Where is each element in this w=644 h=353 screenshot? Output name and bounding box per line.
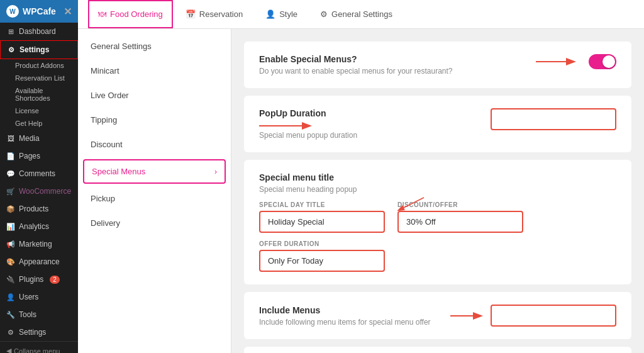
sidebar-item-settings2[interactable]: ⚙ Settings (0, 323, 78, 341)
left-panel-tipping[interactable]: Tipping (78, 108, 231, 132)
offer-duration-section: OFFER DURATION (259, 240, 616, 272)
enable-special-menus-toggle[interactable] (589, 54, 616, 69)
users-icon: 👤 (6, 293, 15, 301)
sidebar-item-products[interactable]: 📦 Products (0, 200, 78, 218)
media-icon: 🖼 (6, 134, 15, 143)
arrow-annotation-popup (259, 121, 322, 131)
sidebar: W WPCafe ✕ ⊞ Dashboard ⚙ Settings Produc… (0, 0, 78, 353)
tab-food-ordering[interactable]: 🍽 Food Ordering (88, 0, 173, 28)
general-settings-icon: ⚙ (320, 9, 328, 19)
appearance-icon: 🎨 (6, 257, 15, 266)
sidebar-item-dashboard[interactable]: ⊞ Dashboard (0, 23, 78, 40)
special-menus-chevron-icon: › (214, 167, 217, 176)
popup-duration-label: PopUp Duration (259, 108, 357, 118)
sidebar-item-analytics[interactable]: 📊 Analytics (0, 218, 78, 235)
style-icon: 👤 (265, 9, 275, 19)
enable-special-menus-control (536, 54, 616, 69)
offer-duration-label: OFFER DURATION (259, 240, 616, 247)
food-ordering-icon: 🍽 (98, 9, 106, 19)
include-menus-row: Include Menus Include following menu ite… (259, 305, 616, 327)
plugins-badge: 2 (50, 276, 60, 284)
main-area: 🍽 Food Ordering 📅 Reservation 👤 Style ⚙ … (78, 0, 644, 353)
analytics-icon: 📊 (6, 222, 15, 231)
left-panel-pickup[interactable]: Pickup (78, 186, 231, 211)
enable-special-menus-card: Enable Special Menus? Do you want to ena… (244, 42, 631, 88)
sidebar-item-comments[interactable]: 💬 Comments (0, 165, 78, 182)
sidebar-item-tools[interactable]: 🔧 Tools (0, 306, 78, 323)
include-menus-desc: Include following menu items for special… (259, 318, 431, 327)
collapse-menu-button[interactable]: ◀ Collapse menu (0, 341, 78, 353)
enable-special-menus-desc: Do you want to enable special menus for … (259, 67, 453, 76)
arrow-annotation-include (450, 310, 488, 322)
wpcafe-icon: W (6, 5, 19, 18)
enable-special-menus-label: Enable Special Menus? (259, 54, 453, 64)
special-menu-title-card: Special menu title Special menu heading … (244, 160, 631, 284)
pages-icon: 📄 (6, 152, 15, 160)
toggle-knob (602, 55, 615, 68)
left-panel-general-settings[interactable]: General Settings (78, 34, 231, 59)
sidebar-item-woocommerce[interactable]: 🛒 WooCommerce (0, 182, 78, 200)
left-panel-discount[interactable]: Discount (78, 132, 231, 157)
marketing-icon: 📢 (6, 240, 15, 249)
left-panel-minicart[interactable]: Minicart (78, 59, 231, 83)
sidebar-item-appearance[interactable]: 🎨 Appearance (0, 253, 78, 271)
include-menus-input[interactable] (491, 305, 616, 327)
sidebar-item-plugins[interactable]: 🔌 Plugins 2 (0, 271, 78, 288)
sidebar-item-users[interactable]: 👤 Users (0, 288, 78, 306)
left-panel-delivery[interactable]: Delivery (78, 211, 231, 235)
top-navigation: 🍽 Food Ordering 📅 Reservation 👤 Style ⚙ … (78, 0, 644, 29)
svg-line-2 (399, 198, 424, 210)
special-menu-title-header: Special menu title Special menu heading … (259, 172, 616, 194)
sidebar-toggle-icon[interactable]: ✕ (64, 6, 72, 18)
button-text-card: Button Text Button text for special menu… (244, 347, 631, 353)
popup-duration-card: PopUp Duration Special menu popup durati… (244, 96, 631, 152)
tab-reservation[interactable]: 📅 Reservation (175, 0, 253, 28)
popup-duration-row: PopUp Duration Special menu popup durati… (259, 108, 616, 140)
include-menus-info: Include Menus Include following menu ite… (259, 305, 431, 327)
reservation-tab-icon: 📅 (186, 9, 196, 19)
enable-special-menus-info: Enable Special Menus? Do you want to ena… (259, 54, 453, 76)
settings-icon: ⚙ (7, 45, 16, 54)
arrow-annotation-toggle (536, 55, 586, 68)
sidebar-item-media[interactable]: 🖼 Media (0, 130, 78, 147)
collapse-icon: ◀ (6, 347, 11, 353)
sidebar-logo[interactable]: W WPCafe ✕ (0, 0, 78, 23)
include-menus-label: Include Menus (259, 305, 431, 315)
special-day-input[interactable] (259, 211, 385, 233)
products-icon: 📦 (6, 205, 15, 213)
tools-icon: 🔧 (6, 310, 15, 319)
woocommerce-icon: 🛒 (6, 187, 15, 196)
sidebar-sub-reservation-list[interactable]: Reservation List (0, 72, 78, 84)
sidebar-item-pages[interactable]: 📄 Pages (0, 147, 78, 165)
left-panel: General Settings Minicart Live Order Tip… (78, 29, 231, 353)
offer-duration-input[interactable] (259, 250, 385, 272)
include-menus-card: Include Menus Include following menu ite… (244, 292, 631, 339)
sidebar-sub-get-help[interactable]: Get Help (0, 117, 78, 130)
special-menu-fields-row: SPECIAL DAY TITLE DISCOUNT/OFFER (259, 201, 616, 233)
include-menus-control (450, 305, 616, 327)
sidebar-item-marketing[interactable]: 📢 Marketing (0, 235, 78, 253)
content-area: General Settings Minicart Live Order Tip… (78, 29, 644, 353)
left-panel-live-order[interactable]: Live Order (78, 83, 231, 108)
right-panel: Enable Special Menus? Do you want to ena… (231, 29, 644, 353)
enable-special-menus-row: Enable Special Menus? Do you want to ena… (259, 54, 616, 76)
left-panel-special-menus[interactable]: Special Menus › (83, 159, 226, 184)
sidebar-item-settings[interactable]: ⚙ Settings (0, 40, 78, 59)
comments-icon: 💬 (6, 169, 15, 178)
sidebar-sub-product-addons[interactable]: Product Addons (0, 59, 78, 72)
tab-style[interactable]: 👤 Style (255, 0, 308, 28)
special-menu-title-desc: Special menu heading popup (259, 185, 616, 194)
special-day-col-label: SPECIAL DAY TITLE (259, 201, 385, 208)
popup-duration-input[interactable] (491, 108, 616, 130)
dashboard-icon: ⊞ (6, 27, 15, 36)
sidebar-sub-shortcodes[interactable]: Available Shortcodes (0, 84, 78, 104)
special-day-col: SPECIAL DAY TITLE (259, 201, 385, 233)
sidebar-sub-license[interactable]: License (0, 104, 78, 117)
arrow-annotation-special (392, 198, 430, 216)
popup-duration-control (491, 108, 616, 130)
plugins-icon: 🔌 (6, 275, 15, 284)
popup-duration-info: PopUp Duration Special menu popup durati… (259, 108, 357, 140)
special-menu-title-label: Special menu title (259, 172, 616, 182)
tab-general-settings[interactable]: ⚙ General Settings (310, 0, 402, 28)
sidebar-logo-text: WPCafe (23, 6, 56, 16)
